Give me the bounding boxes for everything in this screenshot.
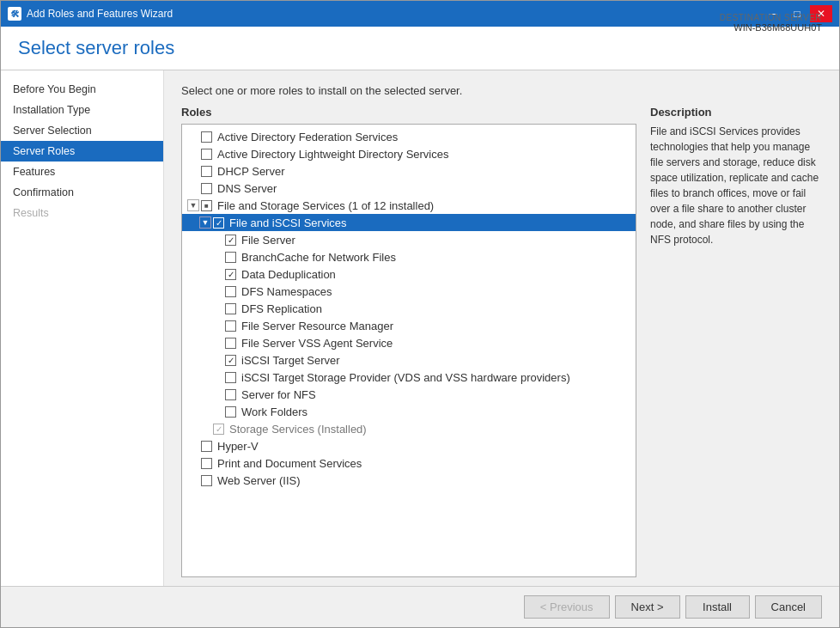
sidebar: Before You Begin Installation Type Serve… <box>1 70 164 586</box>
role-label-branch-cache: BranchCache for Network Files <box>241 251 396 264</box>
destination-server: DESTINATION SERVER WIN-B36M68UUH0T <box>720 13 822 33</box>
toggle-file-storage[interactable]: ▼ <box>187 199 199 211</box>
role-item-ad-lightweight[interactable]: Active Directory Lightweight Directory S… <box>182 145 636 162</box>
next-button[interactable]: Next > <box>615 595 680 619</box>
checkbox-nfs[interactable] <box>225 389 236 400</box>
role-item-dfs-rep[interactable]: DFS Replication <box>182 300 636 317</box>
window-icon: 🛠 <box>8 7 21 21</box>
role-item-file-iscsi[interactable]: ▼ File and iSCSI Services <box>182 214 636 231</box>
checkbox-ad-lightweight[interactable] <box>201 149 212 160</box>
roles-panel: Roles Active Directory Federation Servic… <box>181 106 636 577</box>
role-label-file-server: File Server <box>241 234 295 247</box>
header-section: DESTINATION SERVER WIN-B36M68UUH0T Selec… <box>1 27 839 70</box>
role-label-ad-fed: Active Directory Federation Services <box>217 131 398 143</box>
role-label-file-iscsi: File and iSCSI Services <box>229 216 347 229</box>
main-content: Select one or more roles to install on t… <box>164 70 839 586</box>
previous-button[interactable]: < Previous <box>524 595 610 619</box>
role-item-iscsi-target[interactable]: iSCSI Target Server <box>182 351 636 369</box>
role-label-web-server: Web Server (IIS) <box>217 474 301 487</box>
role-item-file-server[interactable]: File Server <box>182 231 636 248</box>
toggle-file-iscsi[interactable]: ▼ <box>199 216 211 229</box>
role-label-storage-services: Storage Services (Installed) <box>229 423 367 436</box>
page-title: Select server roles <box>18 37 822 59</box>
role-item-storage-services: Storage Services (Installed) <box>182 420 636 437</box>
sidebar-item-installation-type[interactable]: Installation Type <box>1 100 163 120</box>
window-title: Add Roles and Features Wizard <box>27 8 173 20</box>
checkbox-file-iscsi[interactable] <box>213 217 224 229</box>
role-item-iscsi-storage[interactable]: iSCSI Target Storage Provider (VDS and V… <box>182 369 636 386</box>
checkbox-ad-fed[interactable] <box>201 131 212 143</box>
checkbox-web-server[interactable] <box>201 475 212 486</box>
role-item-dhcp[interactable]: DHCP Server <box>182 162 636 180</box>
sidebar-item-confirmation[interactable]: Confirmation <box>1 182 163 203</box>
checkbox-dhcp[interactable] <box>201 166 212 177</box>
role-label-work-folders: Work Folders <box>241 405 307 418</box>
checkbox-dfs-ns[interactable] <box>225 286 236 297</box>
role-label-iscsi-target: iSCSI Target Server <box>241 354 340 367</box>
role-item-ad-fed[interactable]: Active Directory Federation Services <box>182 128 636 145</box>
title-bar-left: 🛠 Add Roles and Features Wizard <box>8 7 173 21</box>
content-area: Before You Begin Installation Type Serve… <box>1 70 839 586</box>
cancel-button[interactable]: Cancel <box>755 595 822 619</box>
checkbox-dfs-rep[interactable] <box>225 303 236 314</box>
sidebar-item-features[interactable]: Features <box>1 162 163 182</box>
checkbox-iscsi-target[interactable] <box>225 355 236 366</box>
checkbox-storage-services <box>213 424 224 435</box>
sidebar-item-server-selection[interactable]: Server Selection <box>1 120 163 141</box>
role-label-fs-vss: File Server VSS Agent Service <box>241 337 393 350</box>
role-item-fs-resource[interactable]: File Server Resource Manager <box>182 317 636 334</box>
role-item-dfs-ns[interactable]: DFS Namespaces <box>182 283 636 300</box>
main-window: 🛠 Add Roles and Features Wizard ─ □ ✕ DE… <box>0 0 840 628</box>
roles-list[interactable]: Active Directory Federation Services Act… <box>181 124 636 577</box>
checkbox-branch-cache[interactable] <box>225 252 236 263</box>
footer: < Previous Next > Install Cancel <box>1 586 839 627</box>
instruction-text: Select one or more roles to install on t… <box>181 84 822 97</box>
roles-label: Roles <box>181 106 636 119</box>
role-item-work-folders[interactable]: Work Folders <box>182 403 636 420</box>
role-label-dhcp: DHCP Server <box>217 165 285 178</box>
sidebar-item-server-roles[interactable]: Server Roles <box>1 141 163 162</box>
role-item-nfs[interactable]: Server for NFS <box>182 386 636 403</box>
role-label-file-storage: File and Storage Services (1 of 12 insta… <box>217 199 434 212</box>
checkbox-data-dedup[interactable] <box>225 269 236 280</box>
checkbox-fs-resource[interactable] <box>225 320 236 332</box>
checkbox-fs-vss[interactable] <box>225 338 236 349</box>
role-item-hyper-v[interactable]: Hyper-V <box>182 437 636 454</box>
destination-value: WIN-B36M68UUH0T <box>720 22 822 33</box>
checkbox-iscsi-storage[interactable] <box>225 372 236 383</box>
checkbox-file-server[interactable] <box>225 235 236 246</box>
role-item-branch-cache[interactable]: BranchCache for Network Files <box>182 248 636 265</box>
role-label-nfs: Server for NFS <box>241 388 316 401</box>
role-label-dfs-rep: DFS Replication <box>241 302 322 315</box>
role-label-dns: DNS Server <box>217 182 277 195</box>
role-label-print-doc: Print and Document Services <box>217 457 362 470</box>
checkbox-hyper-v[interactable] <box>201 441 212 452</box>
role-label-hyper-v: Hyper-V <box>217 440 259 453</box>
sidebar-item-results: Results <box>1 203 163 223</box>
role-item-dns[interactable]: DNS Server <box>182 180 636 197</box>
description-label: Description <box>650 106 822 119</box>
role-label-data-dedup: Data Deduplication <box>241 268 336 281</box>
checkbox-work-folders[interactable] <box>225 406 236 418</box>
role-label-iscsi-storage: iSCSI Target Storage Provider (VDS and V… <box>241 371 570 384</box>
checkbox-print-doc[interactable] <box>201 458 212 469</box>
role-label-ad-lightweight: Active Directory Lightweight Directory S… <box>217 148 448 161</box>
role-item-data-dedup[interactable]: Data Deduplication <box>182 265 636 283</box>
install-button[interactable]: Install <box>685 595 750 619</box>
role-item-web-server[interactable]: Web Server (IIS) <box>182 472 636 489</box>
checkbox-dns[interactable] <box>201 183 212 194</box>
role-item-print-doc[interactable]: Print and Document Services <box>182 454 636 472</box>
description-text: File and iSCSI Services provides technol… <box>650 124 822 247</box>
role-item-fs-vss[interactable]: File Server VSS Agent Service <box>182 334 636 351</box>
title-bar: 🛠 Add Roles and Features Wizard ─ □ ✕ <box>1 1 839 27</box>
role-label-dfs-ns: DFS Namespaces <box>241 285 332 298</box>
checkbox-file-storage[interactable] <box>201 200 212 211</box>
sidebar-item-before-you-begin[interactable]: Before You Begin <box>1 79 163 100</box>
role-label-fs-resource: File Server Resource Manager <box>241 320 393 332</box>
two-column-layout: Roles Active Directory Federation Servic… <box>181 106 822 577</box>
description-panel: Description File and iSCSI Services prov… <box>650 106 822 577</box>
role-item-file-storage[interactable]: ▼ File and Storage Services (1 of 12 ins… <box>182 197 636 214</box>
destination-label: DESTINATION SERVER <box>720 13 822 22</box>
